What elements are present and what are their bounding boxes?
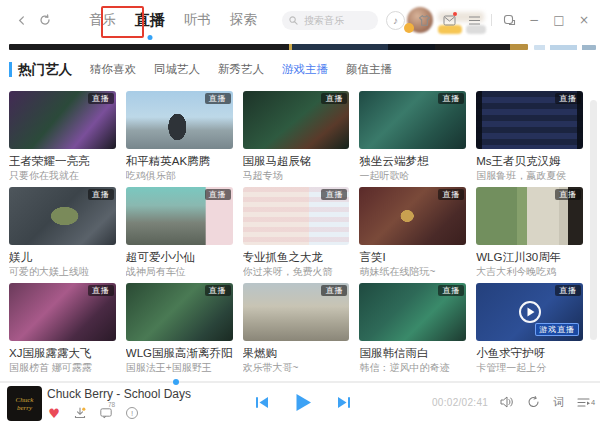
live-badge: 直播 xyxy=(321,189,347,200)
live-badge: 直播 xyxy=(205,189,231,200)
card-thumbnail: 直播 xyxy=(9,187,116,245)
live-badge: 直播 xyxy=(205,285,231,296)
card-title: XJ国服露露大飞 xyxy=(9,346,116,360)
volume-icon[interactable] xyxy=(500,396,514,408)
search-box[interactable] xyxy=(282,11,378,30)
card-title: 国服马超辰铭 xyxy=(243,154,350,168)
album-art-text2: berry xyxy=(17,404,32,412)
comment-icon[interactable]: 78 xyxy=(99,406,113,420)
card-title: 国服韩信雨白 xyxy=(359,346,466,360)
live-card[interactable]: 直播 WLG江川30周年 大吉大利今晚吃鸡 xyxy=(476,187,583,278)
album-art[interactable]: Chuck berry xyxy=(7,386,42,421)
live-card[interactable]: 直播 国服韩信雨白 韩信：逆风中的奇迹 xyxy=(359,283,466,374)
next-track-button[interactable] xyxy=(337,396,351,409)
player-bar: Chuck berry Chuck Berry - School Days ♥ … xyxy=(0,381,600,423)
live-card-video[interactable]: 直播 游戏直播 小鱼求守护呀 卡管理一起上分 xyxy=(476,283,583,374)
mini-mode-icon[interactable] xyxy=(501,12,517,28)
live-badge: 直播 xyxy=(88,189,114,200)
live-card[interactable]: 直播 超可爱小小仙 战神局有车位 xyxy=(126,187,233,278)
search-icon xyxy=(289,16,298,25)
live-card[interactable]: 直播 媄儿 可爱的大媄上线啦 xyxy=(9,187,116,278)
album-art-text: Chuck xyxy=(16,396,34,404)
unread-dot xyxy=(453,12,457,16)
live-card[interactable]: 直播 独坐云端梦想 一起听歌哈 xyxy=(359,91,466,182)
category-game-streamers[interactable]: 游戏主播 xyxy=(282,62,328,77)
card-subtitle: 国服榜首 娜可露露 xyxy=(9,362,116,374)
titlebar-divider xyxy=(491,14,492,26)
search-input[interactable] xyxy=(302,14,372,27)
tab-live[interactable]: 直播 xyxy=(132,9,168,32)
lyrics-icon[interactable]: 词 xyxy=(553,395,564,410)
menu-icon[interactable] xyxy=(466,12,482,28)
live-card[interactable]: 直播 言笑I 萌妹纸在线陪玩~ xyxy=(359,187,466,278)
playback-time: 00:02/02:41 xyxy=(432,397,488,408)
category-guess-you-like[interactable]: 猜你喜欢 xyxy=(90,62,136,77)
live-card[interactable]: 直播 专业抓鱼之大龙 你过来呀，免费火箭 xyxy=(243,187,350,278)
play-overlay-icon[interactable] xyxy=(519,301,541,323)
card-title: Ms王者贝克汉姆 xyxy=(476,154,583,168)
card-subtitle: 欢乐带大哥~ xyxy=(243,362,350,374)
skin-theme-icon[interactable] xyxy=(416,12,432,28)
playlist-queue-icon[interactable]: 4 xyxy=(577,397,595,408)
live-card[interactable]: 直播 国服马超辰铭 马超专场 xyxy=(243,91,350,182)
tab-explore[interactable]: 探索 xyxy=(227,9,260,31)
card-thumbnail: 直播 xyxy=(359,91,466,149)
live-badge: 直播 xyxy=(438,285,464,296)
card-thumbnail: 直播 xyxy=(9,91,116,149)
category-new-artists[interactable]: 新秀艺人 xyxy=(218,62,264,77)
refresh-icon[interactable] xyxy=(36,11,54,29)
minimize-button[interactable]: − xyxy=(526,12,542,28)
live-badge: 直播 xyxy=(88,285,114,296)
live-badge: 直播 xyxy=(555,93,581,104)
close-button[interactable]: × xyxy=(576,12,592,28)
card-title: 果燃购 xyxy=(243,346,350,360)
info-icon[interactable]: ! xyxy=(125,406,139,420)
live-card[interactable]: 直播 WLG国服高渐离乔阳 国服法王+国服野王 xyxy=(126,283,233,374)
play-button[interactable] xyxy=(295,393,312,412)
banner-strip-next[interactable] xyxy=(534,45,596,50)
card-subtitle: 国服鲁班，嬴政夏侯 xyxy=(476,170,583,182)
tab-music[interactable]: 音乐 xyxy=(86,9,119,31)
card-subtitle: 只要你在我就在 xyxy=(9,170,116,182)
live-card[interactable]: 直播 Ms王者贝克汉姆 国服鲁班，嬴政夏侯 xyxy=(476,91,583,182)
transport-controls xyxy=(255,381,351,423)
card-subtitle: 一起听歌哈 xyxy=(359,170,466,182)
card-title: WLG国服高渐离乔阳 xyxy=(126,346,233,360)
app-window: 音乐 直播 听书 探索 ♪ xyxy=(0,0,600,423)
card-thumbnail: 直播 xyxy=(126,283,233,341)
tab-audiobook[interactable]: 听书 xyxy=(181,9,214,31)
card-subtitle: 马超专场 xyxy=(243,170,350,182)
scrollbar[interactable] xyxy=(590,100,597,340)
avatar-emblem-icon xyxy=(404,23,414,33)
card-subtitle: 吃鸡俱乐部 xyxy=(126,170,233,182)
live-card[interactable]: 直播 XJ国服露露大飞 国服榜首 娜可露露 xyxy=(9,283,116,374)
previous-track-button[interactable] xyxy=(255,396,269,409)
like-heart-icon[interactable]: ♥ xyxy=(47,406,61,420)
comment-count-badge: 78 xyxy=(108,401,115,408)
card-subtitle: 卡管理一起上分 xyxy=(476,362,583,374)
category-beauty-streamers[interactable]: 颜值主播 xyxy=(346,62,392,77)
card-title: 媄儿 xyxy=(9,250,116,264)
banner-strip[interactable] xyxy=(9,44,528,50)
live-card[interactable]: 直播 果燃购 欢乐带大哥~ xyxy=(243,283,350,374)
active-tab-dot xyxy=(148,35,153,40)
live-badge: 直播 xyxy=(438,93,464,104)
live-card[interactable]: 直播 和平精英AK腾腾 吃鸡俱乐部 xyxy=(126,91,233,182)
card-thumbnail: 直播 xyxy=(359,283,466,341)
info-glyph: ! xyxy=(126,407,138,419)
category-local-artists[interactable]: 同城艺人 xyxy=(154,62,200,77)
live-card[interactable]: 直播 王者荣耀一亮亮 只要你在我就在 xyxy=(9,91,116,182)
music-recognition-icon[interactable]: ♪ xyxy=(386,11,405,30)
card-title: 言笑I xyxy=(359,250,466,264)
card-thumbnail: 直播 xyxy=(243,187,350,245)
message-icon[interactable] xyxy=(441,12,457,28)
card-title: 超可爱小小仙 xyxy=(126,250,233,264)
seek-handle[interactable] xyxy=(173,379,179,385)
play-mode-loop-icon[interactable] xyxy=(527,396,540,408)
titlebar: 音乐 直播 听书 探索 ♪ xyxy=(0,0,600,40)
live-badge: 直播 xyxy=(88,93,114,104)
maximize-button[interactable]: □ xyxy=(551,12,567,28)
download-icon[interactable] xyxy=(73,406,87,420)
back-icon[interactable] xyxy=(12,11,30,29)
category-hot-artists[interactable]: 热门艺人 xyxy=(9,62,72,77)
